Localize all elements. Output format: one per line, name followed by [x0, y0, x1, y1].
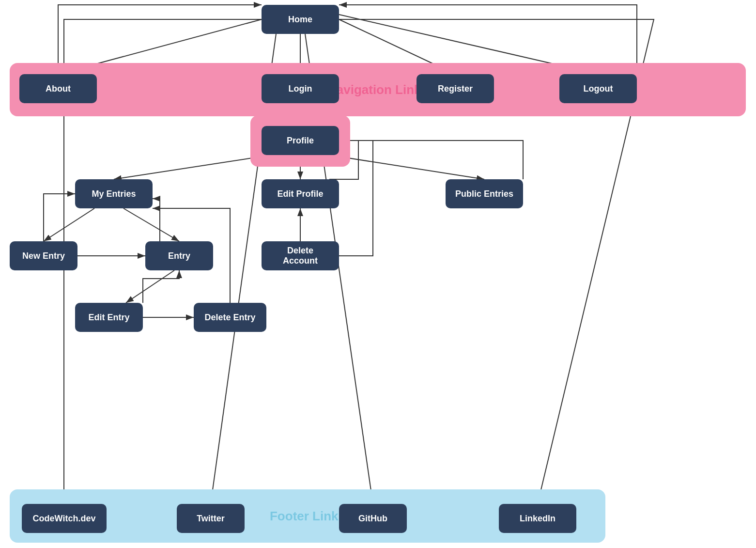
svg-line-7 — [114, 155, 271, 179]
nav-band-label: Navigation Links — [327, 82, 428, 97]
node-github[interactable]: GitHub — [339, 504, 407, 533]
footer-band-label: Footer Links — [270, 509, 345, 524]
node-logout[interactable]: Logout — [559, 74, 637, 103]
svg-line-10 — [44, 208, 94, 241]
node-edit-entry[interactable]: Edit Entry — [75, 303, 143, 332]
node-register[interactable]: Register — [417, 74, 494, 103]
svg-line-9 — [329, 155, 484, 179]
node-about[interactable]: About — [19, 74, 97, 103]
svg-line-13 — [126, 270, 174, 303]
node-codewitch[interactable]: CodeWitch.dev — [22, 504, 107, 533]
node-entry[interactable]: Entry — [145, 241, 213, 270]
node-profile[interactable]: Profile — [262, 126, 339, 155]
node-login[interactable]: Login — [262, 74, 339, 103]
node-my-entries[interactable]: My Entries — [75, 179, 153, 208]
node-delete-account[interactable]: Delete Account — [262, 241, 339, 270]
node-twitter[interactable]: Twitter — [177, 504, 245, 533]
node-new-entry[interactable]: New Entry — [10, 241, 77, 270]
node-linkedin[interactable]: LinkedIn — [499, 504, 576, 533]
node-delete-entry[interactable]: Delete Entry — [194, 303, 266, 332]
svg-line-11 — [123, 208, 179, 241]
node-public-entries[interactable]: Public Entries — [446, 179, 523, 208]
node-edit-profile[interactable]: Edit Profile — [262, 179, 339, 208]
diagram-container: Navigation Links Footer Links Home About… — [0, 0, 756, 548]
node-home[interactable]: Home — [262, 5, 339, 34]
